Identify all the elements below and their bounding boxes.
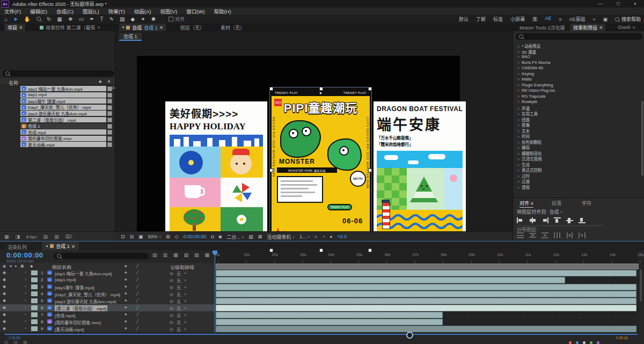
camera-dropdown[interactable]: 活动摄像机 ˅ [267, 233, 295, 240]
timeline-layer-row[interactable]: ◉›9▸[夏天动画.mp4]♣╱◎无˅ [0, 325, 215, 333]
distribute-bottom-icon[interactable] [541, 232, 548, 238]
layer-quality-icon[interactable]: ╱ [136, 298, 138, 303]
help-search[interactable]: 搜索帮助 [615, 16, 641, 23]
layer-duration-bar[interactable] [216, 326, 636, 332]
audio-column-icon[interactable]: ◄ [9, 264, 12, 268]
effects-category[interactable]: >文本 [517, 128, 635, 134]
lock-column-icon[interactable]: ▣ [20, 264, 24, 268]
layer-quality-icon[interactable]: ╱ [136, 326, 138, 331]
chevron-right-icon[interactable]: › [25, 291, 26, 296]
chevron-right-icon[interactable]: > [517, 186, 519, 189]
panel-menu-icon[interactable]: ≡ [72, 244, 75, 249]
proxy-checkbox[interactable] [107, 105, 112, 110]
layer-name[interactable]: [day1.mp4] [55, 277, 122, 282]
chevron-right-icon[interactable]: > [517, 129, 519, 133]
time-navigator[interactable] [4, 334, 638, 335]
overflow-icon[interactable]: » [592, 17, 595, 22]
align-vcenter-icon[interactable] [566, 217, 573, 223]
panel-menu-icon[interactable]: ≡ [599, 25, 602, 30]
eye-icon[interactable]: ◉ [3, 277, 6, 282]
time-ruler[interactable]: 0s01s02s03s04s05s06s07s08s09s10s11s12s13… [215, 251, 639, 264]
viewer-current-time[interactable]: 0:00:00:00 [184, 234, 207, 239]
taskbar-icon[interactable] [583, 341, 586, 344]
timeline-layer-row[interactable]: ◉›5▸[day3 游乐摩天轮 九鱼Ann.mp4]♣╱◎无˅ [0, 297, 215, 305]
frame-blend-icon[interactable]: ▧ [184, 252, 189, 258]
layer-switch-icon[interactable]: ♣ [125, 270, 127, 274]
layer-duration-bar[interactable] [216, 305, 636, 311]
time-navigator-handle[interactable] [406, 332, 413, 339]
effects-category[interactable]: >生成 [517, 162, 635, 167]
switches-column-icon[interactable]: ♣ [125, 264, 127, 268]
sync-settings-icon[interactable]: ▣ [603, 17, 608, 22]
timeline-layer-row[interactable]: ◉›3▸[day1端午 馍馍.mp4]♣╱◎无˅ [0, 283, 215, 291]
layer-label-swatch[interactable] [31, 270, 38, 275]
shape-tool-icon[interactable]: ▭ [79, 14, 84, 24]
layer-switch-icon[interactable]: ♣ [125, 291, 127, 295]
effects-category[interactable]: >Rowbyte [517, 99, 635, 105]
menu-item[interactable]: 动画(A) [134, 8, 151, 15]
chevron-right-icon[interactable]: > [517, 141, 519, 144]
align-top-icon[interactable] [554, 217, 561, 223]
effects-category[interactable]: >RE:Vision Plug-ins [517, 88, 635, 94]
project-item-row[interactable]: ▸day1 嗨玩一夏 九鱼Ann.mp4⁂ [0, 86, 115, 92]
bit-depth-label[interactable]: 8 bpc [26, 235, 37, 239]
tab-footage[interactable]: 素材（无） [217, 24, 248, 31]
layer-name[interactable]: [day1 嗨玩一夏 九鱼Ann.mp4] [55, 270, 122, 276]
parent-dropdown[interactable]: ◎无˅ [170, 270, 186, 276]
minimize-button[interactable]: — [598, 1, 603, 6]
clone-stamp-tool-icon[interactable]: ▨ [120, 14, 125, 24]
chevron-right-icon[interactable]: › [25, 326, 26, 331]
close-button[interactable]: × [634, 1, 636, 6]
menu-item[interactable]: 图层(L) [83, 8, 99, 15]
tab-overflow-icon[interactable]: » [98, 25, 100, 30]
magnification-icon[interactable]: ▣ [138, 234, 143, 239]
layer-switch-icon[interactable]: ♣ [125, 312, 127, 316]
grid-guides-icon[interactable]: ⊞ [166, 234, 170, 239]
chevron-right-icon[interactable]: > [517, 118, 519, 122]
panel-menu-icon[interactable]: ≡ [160, 25, 163, 30]
chevron-right-icon[interactable]: > [517, 112, 519, 116]
snapshot-icon[interactable]: ◘ [211, 234, 214, 239]
tab-project[interactable]: 项目 ≡ [4, 24, 25, 32]
layer-label-swatch[interactable] [31, 312, 38, 317]
eye-icon[interactable]: ◉ [3, 312, 6, 317]
chevron-right-icon[interactable]: > [517, 77, 519, 81]
align-to-dropdown[interactable]: 合成 ˅ [550, 208, 563, 215]
tab-character[interactable]: 字符 [582, 200, 591, 207]
effects-category[interactable]: >时间 [517, 133, 635, 139]
camera-tool-icon[interactable]: ▦ [57, 14, 62, 24]
chevron-right-icon[interactable]: > [517, 61, 519, 64]
expand-inout-icon[interactable]: ▩ [23, 340, 27, 344]
eye-icon[interactable]: ◉ [3, 298, 6, 303]
menu-item[interactable]: 编辑(E) [30, 8, 47, 15]
timeline-layer-row[interactable]: ◉›2▸[day1.mp4]♣╱◎无˅ [0, 276, 215, 284]
layer-quality-icon[interactable]: ╱ [136, 319, 138, 324]
distribute-top-icon[interactable] [517, 232, 524, 238]
parent-dropdown[interactable]: ◎无˅ [170, 319, 186, 325]
comp-mini-flowchart-icon[interactable]: ▤ [152, 252, 157, 258]
tab-effect-controls[interactable]: 效果控件 第二课（葡萄 » [36, 24, 104, 31]
effects-category[interactable]: >RG Trapcode [517, 94, 635, 100]
layer-switch-icon[interactable]: ♣ [125, 298, 127, 302]
layer-label-swatch[interactable] [31, 298, 38, 303]
project-list-header[interactable]: 名称 ◆ ≣ [0, 78, 115, 85]
eye-icon[interactable]: ◉ [3, 326, 6, 331]
effects-category[interactable]: >模拟 [517, 144, 635, 150]
menu-item[interactable]: 视图(V) [160, 8, 177, 15]
project-item-row[interactable]: ▸day1端午 馍馍.mp4 [0, 98, 115, 104]
resolution-dropdown[interactable]: 二分... ˅ [226, 233, 244, 240]
chevron-right-icon[interactable]: › [25, 277, 26, 282]
chevron-right-icon[interactable]: > [517, 174, 519, 178]
workspace-4[interactable]: 小屏幕 [510, 16, 525, 23]
chevron-right-icon[interactable]: > [517, 107, 519, 111]
tab-layer[interactable]: 图层（无） [177, 24, 208, 31]
selection-handle[interactable] [269, 169, 273, 172]
effects-category[interactable]: >3D 通道 [517, 49, 635, 55]
chevron-right-icon[interactable]: > [517, 72, 519, 76]
layer-switch-icon[interactable]: ♣ [125, 319, 127, 323]
layer-duration-bar[interactable] [216, 284, 636, 290]
effects-category[interactable]: >扭曲 [517, 116, 635, 122]
proxy-checkbox[interactable] [107, 111, 112, 116]
view-layout-icon[interactable]: ⌗ [314, 234, 317, 240]
work-area-bar[interactable] [216, 264, 639, 269]
